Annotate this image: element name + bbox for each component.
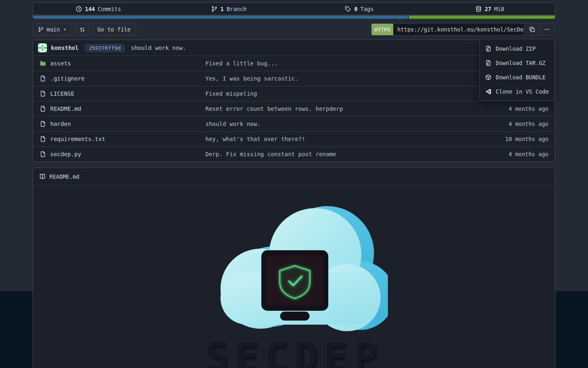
file-commit-date: 10 months ago	[495, 136, 548, 142]
tags-label: Tags	[361, 6, 374, 12]
menu-item[interactable]: Download TAR.GZ	[480, 56, 555, 70]
menu-item-label: Download ZIP	[496, 45, 536, 52]
language-segment-2	[409, 16, 555, 19]
file-name-link[interactable]: README.md	[50, 105, 205, 112]
file-icon	[40, 105, 46, 112]
go-to-file-label: Go to file	[98, 26, 131, 33]
secdep-logo: SECDEP	[200, 206, 388, 368]
menu-item-label: Download TAR.GZ	[496, 60, 546, 66]
file-commit-message-link[interactable]: Yes, I was being sarcastic.	[205, 75, 495, 82]
table-row[interactable]: requirements.txt hey, what's that over t…	[33, 131, 555, 146]
stat-size[interactable]: 27 MiB	[425, 6, 555, 12]
file-commit-message-link[interactable]: Fixed a little bug...	[205, 60, 495, 67]
branch-icon	[211, 6, 218, 12]
menu-item[interactable]: Download ZIP	[480, 41, 555, 56]
folder-icon	[40, 60, 46, 67]
stat-commits[interactable]: 144 Commits	[33, 6, 164, 12]
compare-branches-button[interactable]	[76, 23, 89, 36]
branch-name: main	[47, 26, 60, 33]
table-row[interactable]: README.md Reset error count between rows…	[33, 101, 555, 116]
readme-title: README.md	[49, 173, 79, 180]
clone-url-input[interactable]: https://git.konsthol.eu/konsthol/SecDep.…	[393, 24, 524, 35]
https-protocol-button[interactable]: HTTPS	[372, 24, 393, 35]
language-bar[interactable]	[33, 16, 555, 19]
commit-author[interactable]: konsthol	[51, 45, 78, 51]
language-segment-1	[33, 16, 408, 19]
branch-selector-button[interactable]: main	[33, 23, 72, 36]
file-name-link[interactable]: .gitignore	[50, 75, 205, 82]
table-row[interactable]: .gitignore Yes, I was being sarcastic.	[33, 71, 555, 86]
menu-item-label: Download BUNDLE	[496, 74, 546, 81]
commit-hash-badge[interactable]: 259370ff9d	[85, 44, 124, 52]
file-commit-message-link[interactable]: Derp. Fix missing constant post rename	[205, 151, 495, 157]
table-row[interactable]: LICENSE Fixed mispeling	[33, 86, 555, 101]
file-name-link[interactable]: secdep.py	[50, 151, 205, 157]
clock-icon	[76, 6, 82, 12]
file-commit-message-link[interactable]: Fixed mispeling	[205, 90, 495, 97]
file-commit-message-link[interactable]: should work now.	[205, 121, 495, 127]
branches-count: 1	[220, 6, 224, 12]
file-name-link[interactable]: requirements.txt	[50, 136, 205, 142]
file-zip-icon	[485, 60, 492, 66]
https-label: HTTPS	[374, 27, 390, 33]
clone-panel: HTTPS https://git.konsthol.eu/konsthol/S…	[371, 23, 555, 36]
stat-branches[interactable]: 1 Branch	[164, 6, 294, 12]
clone-url-value: https://git.konsthol.eu/konsthol/SecDep.…	[397, 26, 524, 33]
file-icon	[40, 90, 46, 97]
file-zip-icon	[485, 45, 492, 52]
repo-toolbar: main Go to file HTTPS https://git.konsth…	[33, 23, 555, 36]
branches-label: Branch	[227, 6, 247, 12]
file-name-link[interactable]: LICENSE	[50, 90, 205, 97]
latest-commit-row: konsthol 259370ff9d should work now.	[33, 40, 555, 56]
avatar[interactable]	[38, 43, 47, 52]
cloud-shield-illustration	[200, 206, 388, 333]
file-commit-date: 4 months ago	[495, 105, 548, 112]
book-icon	[39, 173, 46, 180]
file-commit-date: 4 months ago	[495, 121, 548, 127]
menu-item[interactable]: Clone in VS Code	[480, 84, 555, 99]
file-commit-date: 4 months ago	[495, 151, 548, 157]
logo-wordmark: SECDEP	[200, 339, 388, 368]
go-to-file-button[interactable]: Go to file	[92, 23, 136, 36]
size-count: 27	[485, 6, 491, 12]
file-commit-message-link[interactable]: Reset error count between rows. herpderp	[205, 105, 495, 112]
table-row[interactable]: assets Fixed a little bug...	[33, 56, 555, 71]
file-list: assets Fixed a little bug... .gitignore …	[33, 56, 555, 162]
file-name-link[interactable]: harden	[50, 121, 205, 127]
commits-label: Commits	[98, 6, 121, 12]
file-commit-message-link[interactable]: hey, what's that over there?!	[205, 136, 495, 142]
file-icon	[40, 75, 46, 82]
menu-item-label: Clone in VS Code	[496, 88, 549, 95]
files-panel: konsthol 259370ff9d should work now. ass…	[33, 40, 555, 162]
more-actions-button[interactable]	[539, 24, 554, 35]
readme-content: SECDEP	[33, 186, 555, 368]
readme-header[interactable]: README.md	[33, 168, 555, 186]
commits-count: 144	[85, 6, 95, 12]
table-row[interactable]: secdep.py Derp. Fix missing constant pos…	[33, 146, 555, 162]
size-label: MiB	[494, 6, 504, 12]
file-icon	[40, 136, 46, 142]
chevron-down-icon	[63, 27, 67, 31]
ellipsis-icon	[544, 26, 550, 33]
copy-icon	[529, 26, 535, 33]
clone-dropdown-menu: Download ZIP Download TAR.GZ Download BU…	[479, 39, 555, 101]
repo-page: 144 Commits 1 Branch 0 Tags 27 MiB main	[33, 2, 555, 368]
vscode-icon	[485, 88, 492, 95]
readme-panel: README.md	[33, 168, 555, 368]
table-row[interactable]: harden should work now. 4 months ago	[33, 116, 555, 131]
database-icon	[475, 6, 482, 12]
branch-icon	[38, 27, 44, 32]
stat-tags[interactable]: 0 Tags	[294, 6, 425, 12]
repo-stats-bar: 144 Commits 1 Branch 0 Tags 27 MiB	[33, 2, 555, 15]
file-name-link[interactable]: assets	[50, 60, 205, 67]
copy-url-button[interactable]	[524, 24, 539, 35]
file-icon	[40, 151, 46, 157]
package-icon	[485, 74, 492, 81]
menu-item[interactable]: Download BUNDLE	[480, 70, 555, 84]
identicon	[38, 43, 47, 52]
tags-count: 0	[354, 6, 357, 12]
arrow-switch-icon	[79, 27, 85, 33]
latest-commit-message[interactable]: should work now.	[131, 45, 186, 51]
file-icon	[40, 121, 46, 127]
tag-icon	[345, 6, 351, 12]
